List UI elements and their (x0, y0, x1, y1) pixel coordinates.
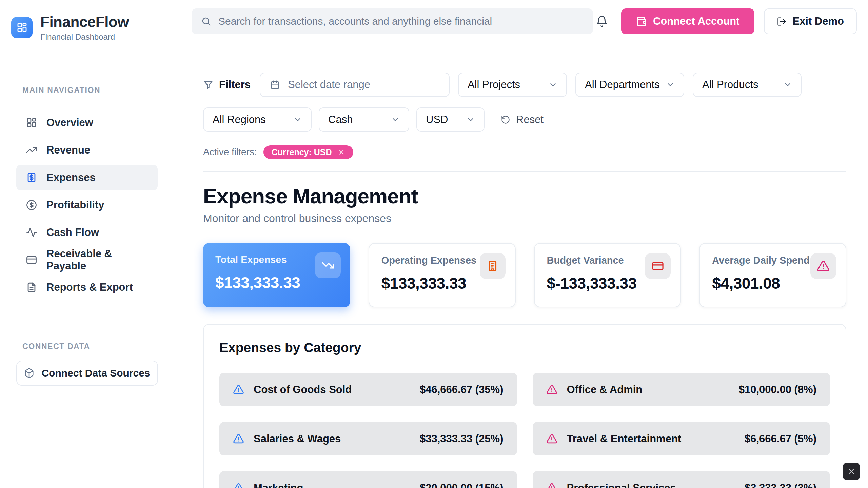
page-subtitle: Monitor and control business expenses (203, 212, 846, 225)
category-row: Marketing $20,000.00 (15%) (219, 471, 517, 488)
category-name: Salaries & Wages (254, 433, 410, 445)
category-name: Cost of Goods Sold (254, 384, 410, 396)
stat-cards: Total Expenses $133,333.33 Operating Exp… (203, 243, 846, 307)
chevron-down-icon (783, 80, 792, 89)
connect-data-sources-button[interactable]: Connect Data Sources (16, 361, 158, 386)
connect-account-button[interactable]: Connect Account (621, 8, 754, 34)
category-value: $46,666.67 (35%) (420, 384, 503, 396)
app-subtitle: Financial Dashboard (40, 32, 129, 42)
app-logo: FinanceFlow Financial Dashboard (0, 0, 174, 55)
credit-card-icon (651, 260, 664, 272)
trending-down-icon (321, 259, 334, 272)
payment-method-dropdown[interactable]: Cash (319, 107, 409, 132)
trending-up-icon (26, 144, 37, 156)
rotate-ccw-icon (501, 115, 510, 124)
sidebar-item-overview[interactable]: Overview (16, 110, 158, 136)
products-dropdown[interactable]: All Products (693, 73, 802, 97)
wallet-icon (636, 16, 647, 27)
alert-triangle-icon (546, 384, 557, 395)
active-filters-row: Active filters: Currency: USD (203, 145, 846, 159)
expenses-by-category-panel: Expenses by Category Cost of Goods Sold … (203, 324, 846, 488)
date-range-placeholder: Select date range (288, 79, 370, 91)
sidebar-item-label: Cash Flow (46, 226, 99, 239)
active-filter-chip[interactable]: Currency: USD (263, 145, 353, 159)
connect-account-label: Connect Account (653, 15, 739, 27)
sidebar-item-expenses[interactable]: Expenses (16, 165, 158, 190)
category-value: $6,666.67 (5%) (745, 433, 816, 445)
topbar: Connect Account Exit Demo (174, 0, 868, 43)
close-icon[interactable] (338, 148, 345, 156)
chevron-down-icon (391, 115, 400, 124)
filters-row-2: All Regions Cash USD Reset (203, 107, 846, 132)
category-row: Professional Services $3,333.33 (3%) (533, 471, 830, 488)
departments-dropdown[interactable]: All Departments (575, 73, 684, 97)
currency-dropdown[interactable]: USD (416, 107, 485, 132)
stat-card: Average Daily Spend $4,301.08 (699, 243, 846, 307)
exit-demo-button[interactable]: Exit Demo (764, 8, 857, 34)
logout-icon (777, 17, 787, 26)
stat-card: Total Expenses $133,333.33 (203, 243, 350, 307)
close-icon (847, 467, 856, 476)
section-divider (203, 171, 846, 172)
sidebar-item-label: Overview (46, 117, 93, 129)
connect-data-header: CONNECT DATA (22, 342, 174, 351)
filters-label: Filters (203, 79, 251, 91)
departments-dropdown-value: All Departments (585, 79, 660, 91)
date-range-input[interactable]: Select date range (260, 73, 450, 97)
regions-dropdown[interactable]: All Regions (203, 107, 312, 132)
sidebar-item-revenue[interactable]: Revenue (16, 137, 158, 163)
stat-icon-chip (480, 253, 506, 279)
sidebar-item-cash-flow[interactable]: Cash Flow (16, 220, 158, 245)
category-name: Travel & Entertainment (567, 433, 735, 445)
sidebar: FinanceFlow Financial Dashboard MAIN NAV… (0, 0, 174, 488)
dollar-circle-icon (26, 199, 37, 211)
package-icon (24, 368, 34, 378)
alert-triangle-icon (233, 482, 244, 488)
notifications-button[interactable] (596, 15, 608, 27)
sidebar-item-label: Profitability (46, 199, 104, 211)
reset-label: Reset (516, 114, 544, 126)
projects-dropdown[interactable]: All Projects (458, 73, 567, 97)
stat-card: Budget Variance $-133,333.33 (534, 243, 681, 307)
sidebar-item-label: Reports & Export (46, 281, 133, 293)
alert-triangle-icon (233, 433, 244, 444)
category-name: Office & Admin (567, 384, 729, 396)
building-icon (486, 260, 499, 272)
search-icon (201, 16, 211, 26)
chevron-down-icon (466, 115, 475, 124)
stat-icon-chip (645, 253, 671, 279)
category-row: Office & Admin $10,000.00 (8%) (533, 373, 830, 406)
active-filters-label: Active filters: (203, 147, 257, 158)
sidebar-item-receivable-payable[interactable]: Receivable & Payable (16, 247, 158, 273)
sidebar-item-label: Expenses (46, 171, 96, 184)
category-list: Cost of Goods Sold $46,666.67 (35%) Offi… (219, 373, 830, 488)
sidebar-item-profitability[interactable]: Profitability (16, 192, 158, 218)
stat-icon-chip (315, 252, 341, 278)
close-widget-button[interactable] (843, 463, 860, 480)
currency-dropdown-value: USD (426, 114, 448, 126)
filters-row-1: Filters Select date range All Projects A… (203, 73, 846, 97)
category-value: $33,333.33 (25%) (420, 433, 503, 445)
app-logo-icon (11, 17, 33, 38)
receipt-icon (26, 172, 37, 183)
sidebar-item-label: Receivable & Payable (46, 248, 148, 272)
dashboard-icon (16, 22, 28, 33)
payment-method-dropdown-value: Cash (328, 114, 353, 126)
credit-card-icon (26, 254, 37, 266)
sidebar-item-label: Revenue (46, 144, 90, 156)
page-title: Expense Management (203, 184, 846, 208)
sidebar-item-reports-export[interactable]: Reports & Export (16, 274, 158, 300)
dashboard-icon (26, 117, 37, 128)
category-value: $3,333.33 (3%) (745, 482, 816, 488)
category-row: Cost of Goods Sold $46,666.67 (35%) (219, 373, 517, 406)
category-name: Marketing (254, 482, 410, 488)
bell-icon (596, 15, 608, 27)
active-filter-chip-label: Currency: USD (272, 147, 332, 157)
alert-triangle-icon (546, 482, 557, 488)
search-input[interactable] (218, 16, 584, 27)
regions-dropdown-value: All Regions (213, 114, 266, 126)
reset-filters-button[interactable]: Reset (501, 114, 544, 126)
products-dropdown-value: All Products (702, 79, 758, 91)
app-name: FinanceFlow (40, 14, 129, 30)
chevron-down-icon (666, 80, 675, 89)
